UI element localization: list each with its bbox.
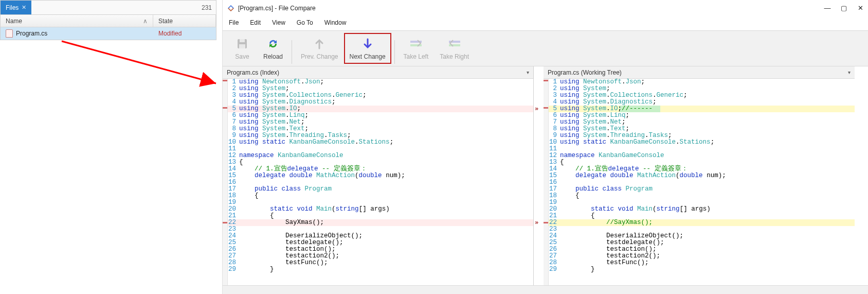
svg-rect-2 xyxy=(240,39,245,42)
right-pane: Program.cs (Working Tree)▾ 1using Newton… xyxy=(544,66,855,285)
left-pane-header[interactable]: Program.cs (Index)▾ xyxy=(223,66,533,79)
next-change-button[interactable]: Next Change xyxy=(344,33,391,64)
overview-strip[interactable] xyxy=(544,79,549,285)
file-icon xyxy=(6,29,13,38)
prev-change-button[interactable]: Prev. Change xyxy=(295,33,344,64)
chevron-down-icon[interactable]: ▾ xyxy=(527,70,529,75)
compare-window: [Program.cs] - File Compare — ▢ ✕ File E… xyxy=(222,0,868,294)
minimize-icon[interactable]: — xyxy=(824,5,831,12)
toolbar: Save Reload Prev. Change Next Change Tak… xyxy=(223,30,868,66)
code-line[interactable]: 22 //SayXmas(); xyxy=(549,219,855,226)
close-icon[interactable]: ✕ xyxy=(857,5,864,12)
code-line[interactable]: 12namespace KanbanGameConsole xyxy=(228,152,533,159)
menu-goto[interactable]: Go To xyxy=(295,18,315,27)
files-columns: Name∧ State xyxy=(1,15,216,27)
separator xyxy=(394,40,395,64)
code-line[interactable]: 15 delegate double MathAction(double num… xyxy=(549,172,855,179)
code-line[interactable]: 17 public class Program xyxy=(228,186,533,193)
arrow-down-icon xyxy=(360,37,375,51)
reload-icon xyxy=(266,37,280,51)
code-line[interactable]: 18 { xyxy=(549,193,855,199)
save-button[interactable]: Save xyxy=(227,33,258,64)
file-row[interactable]: Program.cs Modified xyxy=(1,27,216,40)
menu-view[interactable]: View xyxy=(270,18,287,27)
col-state[interactable]: State xyxy=(153,15,216,27)
code-line[interactable]: 22 SayXmas(); xyxy=(228,219,533,226)
overview-strip[interactable] xyxy=(223,79,228,285)
svg-rect-3 xyxy=(239,44,245,48)
code-line[interactable]: 29 } xyxy=(228,266,533,273)
left-code[interactable]: 1using Newtonsoft.Json;2using System;3us… xyxy=(223,79,533,285)
chevron-down-icon[interactable]: ▾ xyxy=(848,70,851,75)
files-tab[interactable]: Files ✕ xyxy=(1,1,31,14)
files-tab-label: Files xyxy=(6,4,19,11)
col-name[interactable]: Name∧ xyxy=(1,15,153,27)
menu-edit[interactable]: Edit xyxy=(248,18,263,27)
left-pane: Program.cs (Index)▾ 1using Newtonsoft.Js… xyxy=(223,66,534,285)
window-title: [Program.cs] - File Compare xyxy=(238,5,316,12)
file-state: Modified xyxy=(158,30,182,37)
take-left-icon xyxy=(409,37,423,51)
take-right-button[interactable]: Take Right xyxy=(434,33,475,64)
diff-gap: » » xyxy=(534,66,544,285)
annotation-arrow xyxy=(57,36,226,93)
app-icon xyxy=(227,4,235,12)
file-name: Program.cs xyxy=(16,30,47,37)
right-code[interactable]: 1using Newtonsoft.Json;2using System;3us… xyxy=(544,79,855,285)
diff-container: Program.cs (Index)▾ 1using Newtonsoft.Js… xyxy=(223,66,868,285)
take-right-icon xyxy=(447,37,462,51)
code-line[interactable]: 29 } xyxy=(549,266,855,273)
code-line[interactable]: 18 { xyxy=(228,193,533,199)
code-line[interactable]: 10using static KanbanGameConsole.Station… xyxy=(549,139,855,146)
code-line[interactable]: 17 public class Program xyxy=(549,186,855,193)
take-left-button[interactable]: Take Left xyxy=(398,33,435,64)
sort-icon: ∧ xyxy=(143,18,148,25)
code-line[interactable]: 15 delegate double MathAction(double num… xyxy=(228,172,533,179)
files-tabbar: Files ✕ 231 xyxy=(1,1,216,15)
files-panel: Files ✕ 231 Name∧ State Program.cs Modif… xyxy=(0,0,216,40)
code-line[interactable]: 12namespace KanbanGameConsole xyxy=(549,152,855,159)
arrow-up-icon xyxy=(312,37,327,51)
maximize-icon[interactable]: ▢ xyxy=(840,5,847,12)
diff-marker-icon: » xyxy=(535,219,538,226)
diff-marker-icon: » xyxy=(535,106,538,112)
horizontal-scrollbar[interactable] xyxy=(223,285,868,294)
code-line[interactable]: 10using static KanbanGameConsole.Station… xyxy=(228,139,533,146)
separator xyxy=(292,40,292,64)
reload-button[interactable]: Reload xyxy=(258,33,288,64)
svg-line-0 xyxy=(62,41,216,83)
save-icon xyxy=(235,37,249,51)
close-icon[interactable]: ✕ xyxy=(22,4,26,11)
menubar: File Edit View Go To Window xyxy=(223,16,868,30)
menu-window[interactable]: Window xyxy=(322,18,349,27)
right-pane-header[interactable]: Program.cs (Working Tree)▾ xyxy=(544,66,855,79)
titlebar: [Program.cs] - File Compare — ▢ ✕ xyxy=(223,0,868,16)
files-count: 231 xyxy=(202,4,212,11)
menu-file[interactable]: File xyxy=(227,18,241,27)
